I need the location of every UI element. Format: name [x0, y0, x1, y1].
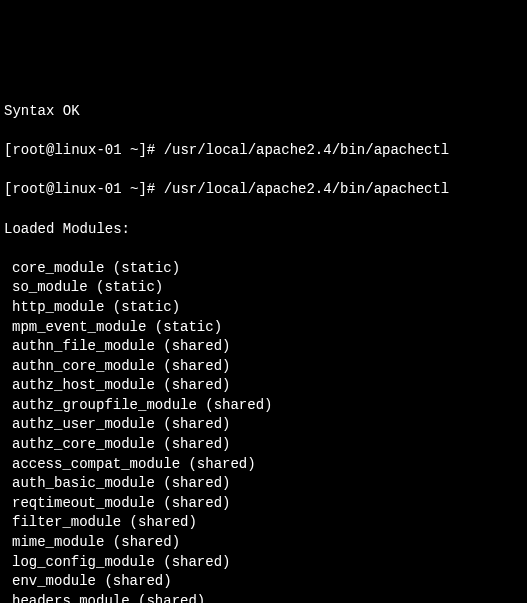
module-type: (static) — [104, 260, 180, 276]
module-type: (shared) — [155, 554, 231, 570]
module-row: authn_core_module (shared) — [4, 357, 523, 377]
syntax-ok-line: Syntax OK — [4, 102, 523, 122]
module-type: (shared) — [155, 358, 231, 374]
module-name: auth_basic_module — [12, 475, 155, 491]
module-name: authz_user_module — [12, 416, 155, 432]
module-type: (static) — [104, 299, 180, 315]
module-name: env_module — [12, 573, 96, 589]
module-row: env_module (shared) — [4, 572, 523, 592]
module-name: core_module — [12, 260, 104, 276]
module-row: auth_basic_module (shared) — [4, 474, 523, 494]
module-row: reqtimeout_module (shared) — [4, 494, 523, 514]
module-name: reqtimeout_module — [12, 495, 155, 511]
prompt-line-2: [root@linux-01 ~]# /usr/local/apache2.4/… — [4, 180, 523, 200]
module-row: filter_module (shared) — [4, 513, 523, 533]
module-type: (shared) — [155, 377, 231, 393]
module-type: (static) — [88, 279, 164, 295]
module-row: authn_file_module (shared) — [4, 337, 523, 357]
loaded-modules-header: Loaded Modules: — [4, 220, 523, 240]
module-name: mpm_event_module — [12, 319, 146, 335]
module-type: (shared) — [155, 436, 231, 452]
module-type: (shared) — [155, 416, 231, 432]
module-row: authz_core_module (shared) — [4, 435, 523, 455]
module-type: (shared) — [104, 534, 180, 550]
module-name: http_module — [12, 299, 104, 315]
module-row: so_module (static) — [4, 278, 523, 298]
module-type: (shared) — [180, 456, 256, 472]
prompt-line-1: [root@linux-01 ~]# /usr/local/apache2.4/… — [4, 141, 523, 161]
terminal-output: Syntax OK [root@linux-01 ~]# /usr/local/… — [4, 82, 523, 603]
module-list: core_module (static)so_module (static)ht… — [4, 259, 523, 603]
module-row: headers_module (shared) — [4, 592, 523, 603]
module-type: (shared) — [197, 397, 273, 413]
module-name: authz_groupfile_module — [12, 397, 197, 413]
module-type: (shared) — [155, 475, 231, 491]
module-name: so_module — [12, 279, 88, 295]
module-type: (shared) — [96, 573, 172, 589]
module-row: log_config_module (shared) — [4, 553, 523, 573]
module-type: (static) — [146, 319, 222, 335]
module-row: mpm_event_module (static) — [4, 318, 523, 338]
module-name: headers_module — [12, 593, 130, 603]
module-type: (shared) — [130, 593, 206, 603]
module-row: access_compat_module (shared) — [4, 455, 523, 475]
module-row: http_module (static) — [4, 298, 523, 318]
module-row: authz_user_module (shared) — [4, 415, 523, 435]
module-row: authz_host_module (shared) — [4, 376, 523, 396]
module-row: mime_module (shared) — [4, 533, 523, 553]
module-name: authn_core_module — [12, 358, 155, 374]
module-type: (shared) — [155, 338, 231, 354]
module-row: authz_groupfile_module (shared) — [4, 396, 523, 416]
module-type: (shared) — [121, 514, 197, 530]
module-name: authz_host_module — [12, 377, 155, 393]
module-name: filter_module — [12, 514, 121, 530]
module-name: authz_core_module — [12, 436, 155, 452]
module-name: access_compat_module — [12, 456, 180, 472]
module-type: (shared) — [155, 495, 231, 511]
module-row: core_module (static) — [4, 259, 523, 279]
module-name: authn_file_module — [12, 338, 155, 354]
module-name: mime_module — [12, 534, 104, 550]
module-name: log_config_module — [12, 554, 155, 570]
